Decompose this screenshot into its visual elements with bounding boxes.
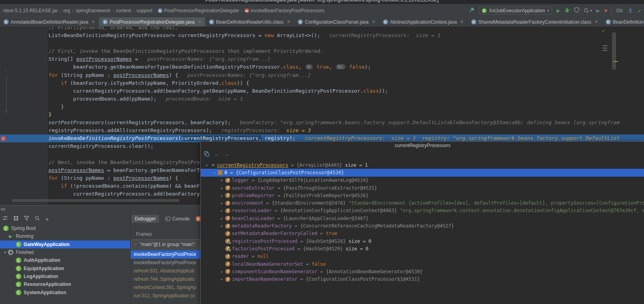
inspect-icon[interactable] <box>204 151 209 158</box>
chevron-down-icon[interactable]: ▾ <box>204 163 210 167</box>
variable-row[interactable]: ffactoriesPostProcessed= {HashSet@4529}s… <box>201 245 644 252</box>
chevron-right-icon[interactable]: ▸ <box>219 277 225 281</box>
search-icon[interactable] <box>35 215 40 222</box>
update-project-icon[interactable] <box>628 7 633 14</box>
coverage-icon[interactable] <box>574 7 579 14</box>
code-token: (currentRegistryProcessors, beanFactory)… <box>104 119 231 125</box>
variable-row[interactable]: ▸fimportBeanNameGenerator= {Configuratio… <box>201 275 644 283</box>
build-icon[interactable] <box>469 7 474 15</box>
run-config-selector[interactable]: XxlJobExecutorApplication ▾ <box>479 7 553 15</box>
variable-value: = {Launcher$AppClassLoader@3467} <box>277 216 368 221</box>
view-options-icon[interactable] <box>2 215 8 222</box>
breadcrumb-item[interactable]: ntext-5.1.15.RELEASE.jar <box>3 8 58 13</box>
close-icon[interactable]: ✕ <box>594 19 598 24</box>
variable-row[interactable]: ▸fenvironment= {StandardEnvironment@3478… <box>201 199 644 207</box>
run-button[interactable]: ▶ <box>556 8 560 13</box>
editor-tab[interactable]: CSharedMetadataReaderFactoryContextIniti… <box>468 17 602 26</box>
frame-item[interactable]: refreshContext:391, SpringAp <box>131 283 200 292</box>
frame-item[interactable]: invokeBeanFactoryPostProce <box>131 259 200 267</box>
code-token: (String ppName : <box>58 175 113 181</box>
editor-tab[interactable]: CAnnotatedBeanDefinitionReader.java✕ <box>0 17 99 26</box>
editor-tab[interactable]: CConfigurationClassParser.java✕ <box>294 17 379 26</box>
chevron-right-icon[interactable]: ▸ <box>219 224 225 228</box>
fold-marker-icon[interactable]: ˇ <box>4 70 7 75</box>
class-icon: C <box>209 19 214 24</box>
profiler-icon[interactable]: ▾ <box>584 8 592 13</box>
debug-button[interactable] <box>564 7 570 14</box>
service-item[interactable]: ▶Running <box>0 232 130 240</box>
code-token: } <box>49 112 52 117</box>
forward-arrow-icon[interactable]: → <box>224 151 229 157</box>
variable-row[interactable]: ▸fcomponentScanBeanNameGenerator= {Annot… <box>201 268 644 275</box>
breadcrumb-item[interactable]: minvokeBeanFactoryPostProcessors <box>245 8 325 13</box>
variable-row[interactable]: ▾∞currentRegistryProcessors= {ArrayList@… <box>201 161 644 169</box>
service-item[interactable]: AuthApplication <box>0 256 130 264</box>
chevron-right-icon[interactable]: ▸ <box>219 178 225 182</box>
frame-item[interactable]: refresh:531, AbstractApplicat <box>131 267 200 275</box>
variable-row[interactable]: ▸flogger= {LogAdapter$Slf4jLocationAware… <box>201 177 644 184</box>
inspections-ok-icon[interactable]: ✓ <box>602 28 605 34</box>
service-item[interactable]: Spring Boot <box>0 224 130 232</box>
frame-item[interactable]: run:312, SpringApplication (o <box>131 292 200 300</box>
rerun-icon[interactable]: ▶ <box>596 8 600 13</box>
variable-row[interactable]: ▾0= {ConfigurationClassPostProcessor@452… <box>201 169 644 176</box>
close-icon[interactable]: ✕ <box>372 19 375 24</box>
variable-row[interactable]: fsetMetadataReaderFactoryCalled=true <box>201 230 644 237</box>
editor-tab[interactable]: CPostProcessorRegistrationDelegate.java✕ <box>99 17 205 26</box>
editor-tab[interactable]: CBeanDefinitionReaderUtils.class✕ <box>205 17 295 26</box>
service-item[interactable]: EquiptApplication <box>0 264 130 272</box>
thread-selector[interactable]: ✓ "main"@1 in group "main": <box>131 239 200 250</box>
variable-row[interactable]: ▸fproblemReporter= {FailFastProblemRepor… <box>201 192 644 199</box>
close-icon[interactable]: ✕ <box>91 19 95 24</box>
editor-tab[interactable]: CAbstractApplicationContext.java✕ <box>379 17 468 26</box>
close-icon[interactable]: ✕ <box>198 19 201 24</box>
breakpoint-icon[interactable]: ✓ <box>1 136 6 141</box>
frame-item[interactable]: refresh:744, SpringApplicatio <box>131 275 200 283</box>
main-toolbar: ntext-5.1.15.RELEASE.jar›org›springframe… <box>0 4 644 18</box>
group-by-icon[interactable] <box>13 215 19 222</box>
fold-marker-icon[interactable]: ˆ <box>4 110 7 115</box>
service-item[interactable]: GateWayApplication <box>0 241 130 248</box>
breadcrumb-separator: › <box>60 8 62 13</box>
code-line: if (beanFactory.isTypeMatch(ppName, Prio… <box>0 79 644 87</box>
horizontal-scrollbar[interactable] <box>12 199 179 202</box>
variable-row[interactable]: flocalBeanNameGeneratorSet=false <box>201 260 644 268</box>
chevron-right-icon[interactable]: ▸ <box>219 216 225 220</box>
window-titlebar: PostProcessorRegistrationDelegate.java [… <box>0 0 644 4</box>
variable-row[interactable]: freader=null <box>201 253 644 260</box>
commit-icon[interactable]: ✓ <box>637 8 642 14</box>
chevron-right-icon[interactable]: ▸ <box>219 201 225 205</box>
chevron-right-icon[interactable]: ▸ <box>219 186 225 190</box>
code-token: // Next, invoke the BeanDefinitionRegist… <box>49 159 203 165</box>
chevron-down-icon[interactable]: ▾ <box>2 250 8 254</box>
variable-row[interactable]: ▸fresourceLoader= {AnnotationConfigAppli… <box>201 207 644 214</box>
breadcrumb-item[interactable]: context <box>116 8 131 13</box>
chevron-right-icon[interactable]: ▸ <box>219 209 225 213</box>
service-item[interactable]: ▾Finished <box>0 248 130 256</box>
code-token: ); <box>365 64 371 70</box>
chevron-down-icon[interactable]: ▾ <box>211 171 217 175</box>
editor-tab[interactable]: CBeanDefinitionRegistryPos✕ <box>602 17 644 26</box>
variable-row[interactable]: ▸fmetadataReaderFactory= {ConcurrentRefe… <box>201 222 644 229</box>
stop-button[interactable]: ■ <box>604 8 607 13</box>
breadcrumb-item[interactable]: CPostProcessorRegistrationDelegate <box>158 8 239 13</box>
service-item[interactable]: ResourceApplication <box>0 280 130 288</box>
breadcrumb-item[interactable]: springframework <box>75 8 110 13</box>
variable-row[interactable]: ▸fsourceExtractor= {PassThroughSourceExt… <box>201 184 644 192</box>
variable-row[interactable]: ▸fbeanClassLoader= {Launcher$AppClassLoa… <box>201 214 644 222</box>
breadcrumb-item[interactable]: org <box>63 8 70 13</box>
filter-funnel-icon[interactable] <box>24 215 29 222</box>
variable-row[interactable]: fregistriesPostProcessed= {HashSet@4528}… <box>201 237 644 245</box>
inline-debugger-hint: registryProcessors: <box>212 127 286 133</box>
close-icon[interactable]: ✕ <box>460 19 463 24</box>
chevron-right-icon[interactable]: ▸ <box>219 194 225 198</box>
breadcrumb-item[interactable]: support <box>136 8 152 13</box>
chevron-right-icon[interactable]: ▸ <box>219 270 225 274</box>
frame-item[interactable]: invokeBeanFactoryPostProce <box>131 250 200 259</box>
service-item[interactable]: SystemApplication <box>0 288 130 296</box>
back-arrow-icon[interactable]: ← <box>214 151 219 157</box>
vertical-scrollbar[interactable] <box>612 32 616 70</box>
add-service-icon[interactable]: + <box>45 216 49 222</box>
close-icon[interactable]: ✕ <box>287 19 290 24</box>
service-item[interactable]: LogApplication <box>0 272 130 280</box>
